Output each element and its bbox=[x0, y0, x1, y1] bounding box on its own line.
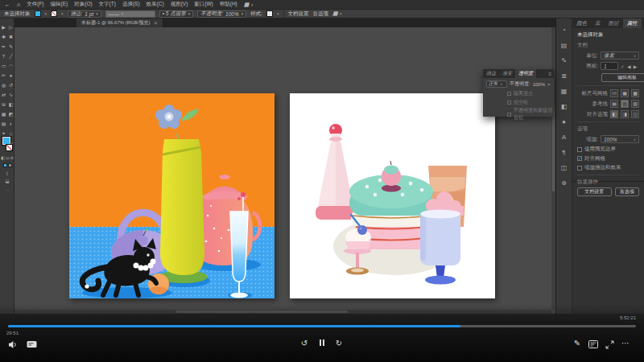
arrange-documents-icon[interactable]: ▦ ▾ bbox=[332, 10, 341, 17]
edit-artboards-button[interactable]: 编辑画板 bbox=[601, 73, 644, 82]
chevron-down-icon[interactable]: ▾ bbox=[61, 11, 64, 16]
option-icon-button[interactable]: ▭ bbox=[610, 89, 618, 97]
tool-button[interactable]: T bbox=[0, 51, 7, 61]
stroke-swatch[interactable] bbox=[6, 144, 13, 151]
document-tab[interactable]: 未标题-1 @ 66.67% (RGB/预览) × bbox=[76, 19, 163, 27]
checkbox-icon[interactable] bbox=[577, 156, 582, 161]
panel-icon[interactable]: ● bbox=[562, 117, 566, 126]
quick-action-button[interactable]: 文档设置 bbox=[577, 187, 612, 196]
tool-button[interactable]: ▭ bbox=[0, 61, 7, 71]
draw-mode-icon[interactable]: ▯ bbox=[6, 171, 9, 175]
notes-button[interactable] bbox=[588, 339, 599, 350]
panel-tab[interactable]: 图层 bbox=[605, 19, 623, 28]
volume-button[interactable] bbox=[7, 339, 19, 350]
panel-icon[interactable]: A bbox=[562, 133, 566, 142]
style-swatch[interactable] bbox=[266, 10, 273, 17]
notes-pencil-button[interactable]: ✎ bbox=[572, 337, 583, 348]
menu-item[interactable]: 选择(S) bbox=[122, 1, 140, 8]
tool-button[interactable]: ∿ bbox=[7, 90, 14, 100]
checkbox-row[interactable]: 对齐网格 bbox=[577, 155, 639, 162]
brush-definition-dropdown[interactable]: • 5 点圆形 bbox=[159, 10, 194, 18]
menu-item[interactable]: 视图(V) bbox=[171, 1, 188, 8]
fullscreen-button[interactable] bbox=[604, 339, 615, 350]
menu-item[interactable]: 文件(F) bbox=[27, 1, 43, 8]
panel-menu-icon[interactable]: ≡ bbox=[546, 69, 554, 78]
menu-item[interactable]: 窗口(W) bbox=[194, 1, 213, 8]
tool-button[interactable]: ◐ bbox=[7, 119, 14, 129]
tool-button[interactable]: ◧ bbox=[7, 100, 14, 109]
option-icon-button[interactable]: ◫ bbox=[631, 110, 639, 118]
stroke-weight-dropdown[interactable]: 描边: 1 pt bbox=[68, 10, 101, 18]
chevron-down-icon[interactable]: ▾ bbox=[277, 11, 279, 16]
opacity-value[interactable]: 100% bbox=[533, 82, 545, 87]
option-icon-button[interactable]: ▦ bbox=[621, 89, 629, 97]
danmaku-button[interactable] bbox=[26, 339, 37, 350]
document-setup-button[interactable]: 文档设置 bbox=[288, 10, 309, 18]
mini-stroke-swatch[interactable] bbox=[8, 163, 12, 167]
tool-button[interactable]: ✚ bbox=[0, 32, 7, 42]
panel-tab[interactable]: 库 bbox=[591, 19, 605, 28]
stroke-color-swatch[interactable] bbox=[51, 10, 57, 17]
option-icon-button[interactable]: ◧ bbox=[610, 110, 618, 118]
artboard-input[interactable]: 1 bbox=[601, 62, 618, 70]
opacity-dropdown[interactable]: 不透明度: 100% bbox=[197, 10, 246, 18]
checkbox-icon[interactable] bbox=[577, 147, 582, 152]
tool-button[interactable]: ▤ bbox=[0, 119, 7, 129]
panel-icon[interactable]: ◧ bbox=[561, 102, 568, 111]
tool-button[interactable]: ▦ bbox=[0, 109, 7, 119]
panel-tab[interactable]: 描边 bbox=[483, 69, 499, 78]
panel-icon[interactable]: ≣ bbox=[561, 72, 567, 80]
mini-fill-swatch[interactable] bbox=[3, 163, 7, 167]
tool-button[interactable]: ✏ bbox=[0, 71, 7, 80]
tool-button[interactable]: ◠ bbox=[7, 61, 14, 71]
progress-bar[interactable] bbox=[8, 325, 636, 327]
panel-tab[interactable]: 透明度 bbox=[515, 69, 536, 78]
color-mode-icon[interactable]: ◧ bbox=[1, 155, 5, 160]
option-icon-button[interactable]: ▥ bbox=[621, 100, 629, 108]
menu-item[interactable]: 帮助(H) bbox=[220, 1, 237, 8]
option-icon-button[interactable]: ▧ bbox=[631, 100, 639, 108]
color-mode-buttons[interactable]: ◧▭⊘ bbox=[1, 155, 14, 160]
tool-button[interactable]: ✎ bbox=[7, 42, 14, 51]
panel-icon[interactable]: ◔ bbox=[562, 26, 566, 35]
tool-button[interactable]: ◍ bbox=[0, 80, 7, 90]
color-mode-icon[interactable]: ▭ bbox=[6, 155, 10, 160]
quick-action-button[interactable]: 首选项 bbox=[615, 187, 639, 196]
panel-icon[interactable]: ⊕ bbox=[561, 179, 567, 187]
panel-tab[interactable]: 属性 bbox=[623, 19, 642, 28]
panel-icon[interactable]: ✎ bbox=[561, 56, 567, 65]
menu-item[interactable]: 编辑(E) bbox=[51, 1, 68, 8]
chevron-down-icon[interactable]: ▾ bbox=[45, 11, 47, 16]
edit-toolbar-icon[interactable]: … bbox=[6, 187, 10, 191]
tool-button[interactable]: ✒ bbox=[0, 42, 7, 51]
checkbox-row[interactable]: 缩放描边和效果 bbox=[577, 164, 639, 171]
tool-button[interactable]: ╱ bbox=[7, 51, 14, 61]
pause-button[interactable] bbox=[316, 337, 328, 348]
checkbox-row[interactable]: 使用预览边界 bbox=[577, 146, 639, 153]
back-icon[interactable]: ← bbox=[5, 2, 10, 7]
tool-button[interactable]: ✖ bbox=[7, 32, 14, 42]
panel-icon[interactable]: ◫ bbox=[561, 163, 568, 172]
home-icon[interactable]: ⌂ bbox=[17, 2, 20, 7]
fill-color-swatch[interactable] bbox=[35, 10, 41, 17]
canvas[interactable] bbox=[14, 27, 555, 314]
option-icon-button[interactable]: ◨ bbox=[621, 110, 629, 118]
artboard-2[interactable] bbox=[290, 93, 495, 298]
screen-mode-icon[interactable]: ⬓ bbox=[6, 179, 10, 183]
tool-button[interactable]: ↺ bbox=[7, 80, 14, 90]
blend-mode-dropdown[interactable]: 正常 bbox=[486, 80, 507, 88]
tool-button[interactable]: ● bbox=[7, 71, 14, 80]
checkbox-icon[interactable] bbox=[577, 166, 582, 171]
prev-artboard-icon[interactable]: ◀ bbox=[627, 64, 631, 69]
option-icon-button[interactable]: ▩ bbox=[631, 89, 639, 97]
menu-item[interactable]: 文字(T) bbox=[99, 1, 116, 8]
panel-icon[interactable]: ¶ bbox=[562, 148, 565, 157]
unit-dropdown[interactable]: 像素 bbox=[601, 51, 639, 60]
tool-button[interactable]: ⊞ bbox=[0, 100, 7, 109]
tool-button[interactable]: ▶ bbox=[0, 23, 7, 32]
width-profile-dropdown[interactable]: —— bbox=[105, 10, 155, 18]
option-icon-button[interactable]: ▤ bbox=[610, 100, 618, 108]
panel-icon[interactable]: ▤ bbox=[561, 41, 568, 50]
scale-dropdown[interactable]: 100% bbox=[601, 135, 639, 143]
tool-button[interactable]: ⇄ bbox=[0, 90, 7, 100]
